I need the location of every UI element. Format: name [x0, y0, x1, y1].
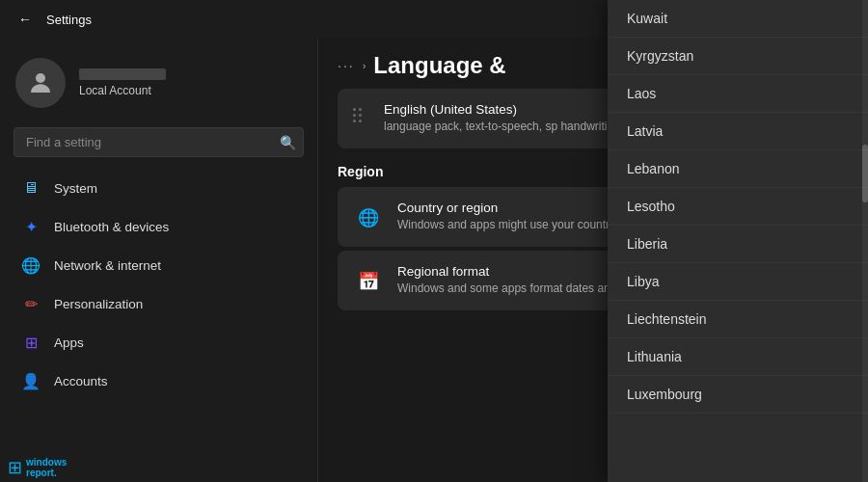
back-button[interactable]: ←: [12, 6, 39, 33]
sidebar-item-label-network: Network & internet: [54, 258, 161, 273]
dropdown-item[interactable]: Libya: [608, 263, 868, 301]
sidebar-item-network[interactable]: 🌐 Network & internet: [6, 246, 312, 284]
sidebar-item-label-accounts: Accounts: [54, 374, 108, 388]
app-title: Settings: [46, 13, 92, 27]
sidebar-item-personalization[interactable]: ✏ Personalization: [6, 284, 312, 323]
country-dropdown[interactable]: KuwaitKyrgyzstanLaosLatviaLebanonLesotho…: [608, 0, 868, 482]
avatar: [15, 58, 66, 108]
sidebar-item-bluetooth[interactable]: ✦ Bluetooth & devices: [6, 207, 312, 246]
personalization-icon: ✏: [21, 294, 41, 313]
breadcrumb-chevron-icon: ›: [363, 60, 366, 71]
svg-point-0: [36, 73, 45, 83]
sidebar-item-apps[interactable]: ⊞ Apps: [6, 323, 312, 362]
back-icon: ←: [18, 12, 32, 27]
drag-handle: [353, 108, 370, 122]
search-input[interactable]: [14, 127, 304, 157]
page-title: Language &: [373, 52, 505, 79]
apps-icon: ⊞: [21, 333, 41, 352]
sidebar-item-label-bluetooth: Bluetooth & devices: [54, 220, 169, 234]
network-icon: 🌐: [21, 255, 41, 275]
dropdown-item[interactable]: Liberia: [608, 226, 868, 263]
dropdown-item[interactable]: Lithuania: [608, 338, 868, 376]
watermark: ⊞ windowsreport.: [0, 453, 116, 482]
sidebar-item-system[interactable]: 🖥 System: [6, 169, 312, 207]
breadcrumb-dots: ···: [338, 58, 355, 73]
dropdown-item[interactable]: Lesotho: [608, 188, 868, 226]
user-section: Local Account: [0, 48, 317, 123]
watermark-text: windowsreport.: [26, 457, 67, 478]
search-icon[interactable]: 🔍: [280, 135, 296, 150]
sidebar-item-label-apps: Apps: [54, 335, 84, 350]
windows-logo-icon: ⊞: [8, 457, 22, 478]
sidebar-item-accounts[interactable]: 👤 Accounts: [6, 362, 312, 400]
search-box[interactable]: 🔍: [14, 127, 304, 157]
sidebar: Local Account 🔍 🖥 System ✦ Bluetooth & d…: [0, 39, 318, 482]
accounts-icon: 👤: [21, 371, 41, 390]
calendar-icon: 📅: [353, 266, 384, 297]
nav-items: 🖥 System ✦ Bluetooth & devices 🌐 Network…: [0, 169, 317, 482]
dropdown-item[interactable]: Kyrgyzstan: [608, 38, 868, 75]
dropdown-item[interactable]: Latvia: [608, 113, 868, 150]
dropdown-item[interactable]: Luxembourg: [608, 376, 868, 414]
user-name-bar: [79, 68, 166, 80]
sidebar-item-label-personalization: Personalization: [54, 297, 143, 311]
user-info: Local Account: [79, 68, 166, 97]
system-icon: 🖥: [21, 178, 41, 198]
dropdown-item[interactable]: Laos: [608, 75, 868, 113]
dropdown-item[interactable]: Lebanon: [608, 150, 868, 188]
user-avatar-icon: [26, 68, 55, 97]
dropdown-item[interactable]: Liechtenstein: [608, 301, 868, 338]
dropdown-item[interactable]: Kuwait: [608, 0, 868, 38]
bluetooth-icon: ✦: [21, 217, 41, 236]
account-type-label: Local Account: [79, 84, 166, 97]
sidebar-item-label-system: System: [54, 181, 97, 196]
globe-icon: 🌐: [353, 202, 384, 233]
